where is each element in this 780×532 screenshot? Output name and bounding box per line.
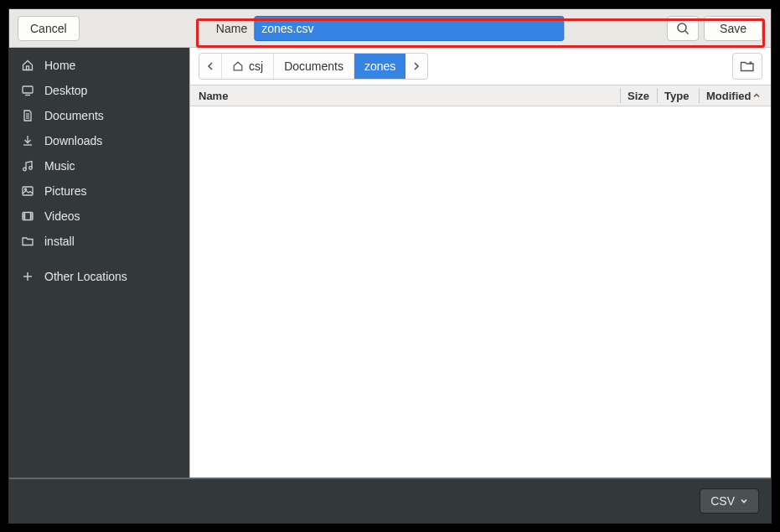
path-forward-button[interactable] [405, 54, 427, 79]
search-icon [676, 22, 690, 35]
filename-group: Name [216, 16, 564, 41]
format-label: CSV [710, 494, 735, 508]
places-sidebar: HomeDesktopDocumentsDownloadsMusicPictur… [9, 48, 189, 478]
sidebar-item-label: Desktop [44, 84, 87, 97]
sidebar-item-documents[interactable]: Documents [9, 103, 189, 128]
sidebar-item-label: Pictures [44, 184, 87, 198]
cancel-button[interactable]: Cancel [18, 16, 80, 41]
sidebar-item-pictures[interactable]: Pictures [9, 178, 189, 204]
sidebar-item-desktop[interactable]: Desktop [9, 78, 189, 103]
sidebar-item-videos[interactable]: Videos [9, 204, 189, 229]
home-icon [21, 59, 34, 72]
downloads-icon [21, 134, 34, 147]
sidebar-item-label: install [44, 235, 75, 248]
sidebar-item-label: Documents [44, 109, 104, 122]
videos-icon [21, 209, 34, 223]
column-header-modified[interactable]: Modified [699, 88, 771, 103]
chevron-left-icon [206, 61, 214, 71]
breadcrumb-label: zones [364, 59, 395, 73]
svg-rect-3 [23, 86, 33, 93]
breadcrumb-label: Documents [284, 59, 344, 73]
desktop-icon [21, 84, 34, 97]
svg-point-13 [25, 189, 27, 190]
breadcrumb-segment-csj[interactable]: csj [222, 54, 274, 79]
column-header-type[interactable]: Type [657, 88, 699, 103]
footer-bar: CSV [9, 478, 771, 523]
sort-asc-icon [752, 91, 761, 100]
chevron-right-icon [412, 61, 421, 71]
plus-icon [21, 270, 34, 283]
sidebar-item-music[interactable]: Music [9, 153, 189, 178]
column-header-row: Name Size Type Modified [190, 85, 771, 106]
breadcrumb-label: csj [249, 59, 263, 73]
name-label: Name [216, 22, 247, 35]
folder-icon [21, 235, 34, 248]
search-button[interactable] [667, 16, 699, 41]
file-list[interactable] [190, 106, 771, 478]
breadcrumb-segment-documents[interactable]: Documents [274, 54, 354, 79]
new-folder-icon [740, 59, 755, 73]
column-header-modified-label: Modified [706, 90, 751, 102]
sidebar-item-label: Downloads [44, 134, 102, 147]
sidebar-item-downloads[interactable]: Downloads [9, 128, 189, 153]
documents-icon [21, 109, 34, 122]
pictures-icon [21, 184, 34, 198]
breadcrumb-segment-zones[interactable]: zones [354, 54, 405, 79]
sidebar-item-label: Music [44, 159, 75, 173]
sidebar-item-label: Videos [44, 209, 80, 223]
breadcrumb: csjDocumentszones [199, 53, 428, 80]
main-panel: csjDocumentszones Name Size Type [189, 48, 771, 478]
sidebar-item-label: Home [44, 59, 75, 72]
header-bar: Cancel Name Save [9, 9, 771, 48]
new-folder-button[interactable] [732, 53, 762, 80]
column-header-name[interactable]: Name [190, 90, 620, 102]
sidebar-item-install[interactable]: install [9, 229, 189, 254]
svg-point-11 [29, 167, 33, 170]
filename-input[interactable] [254, 16, 564, 41]
column-header-size[interactable]: Size [620, 88, 657, 103]
sidebar-item-label: Other Locations [44, 270, 127, 283]
music-icon [21, 159, 34, 173]
svg-line-1 [685, 31, 689, 34]
save-dialog: Cancel Name Save HomeDesktopDocumentsDow… [8, 8, 772, 524]
chevron-down-icon [740, 497, 748, 505]
save-button[interactable]: Save [704, 16, 762, 41]
path-back-button[interactable] [199, 54, 222, 79]
svg-rect-12 [23, 187, 33, 195]
sidebar-other-locations[interactable]: Other Locations [9, 264, 189, 289]
sidebar-item-home[interactable]: Home [9, 53, 189, 78]
svg-rect-2 [27, 66, 29, 70]
svg-point-0 [678, 23, 686, 32]
svg-point-10 [23, 168, 27, 171]
file-format-dropdown[interactable]: CSV [700, 488, 759, 514]
home-icon [232, 60, 244, 72]
